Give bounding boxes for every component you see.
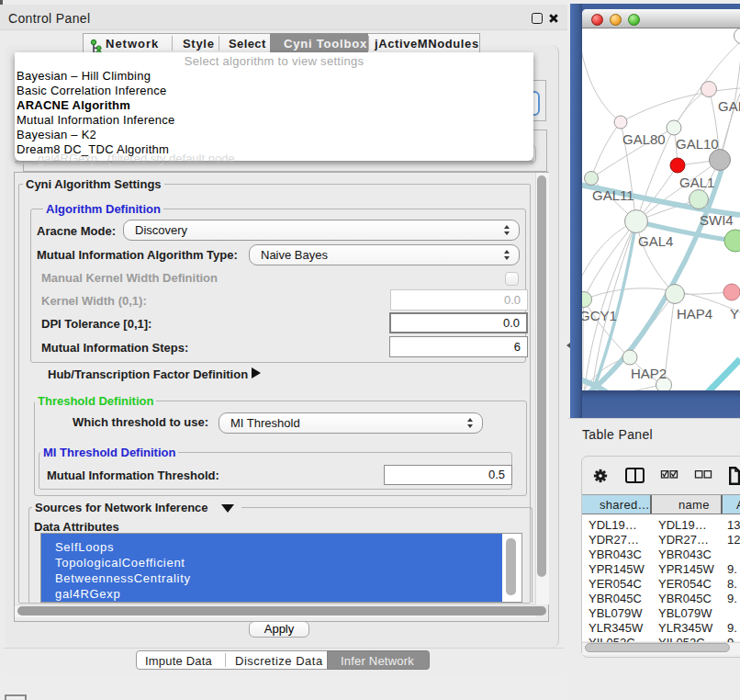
svg-text:GCY1: GCY1 — [582, 308, 617, 323]
svg-text:HAP4: HAP4 — [677, 306, 712, 322]
svg-text:GAL11: GAL11 — [592, 187, 634, 203]
svg-text:GAL10: GAL10 — [676, 136, 719, 152]
svg-text:GAL4: GAL4 — [638, 233, 673, 249]
svg-text:Y: Y — [730, 306, 739, 322]
svg-text:HAP2: HAP2 — [631, 366, 667, 381]
svg-text:GAL80: GAL80 — [622, 131, 666, 147]
svg-text:GAL1: GAL1 — [679, 175, 714, 190]
svg-text:SWI4: SWI4 — [700, 212, 734, 228]
svg-text:GAL: GAL — [718, 98, 740, 114]
